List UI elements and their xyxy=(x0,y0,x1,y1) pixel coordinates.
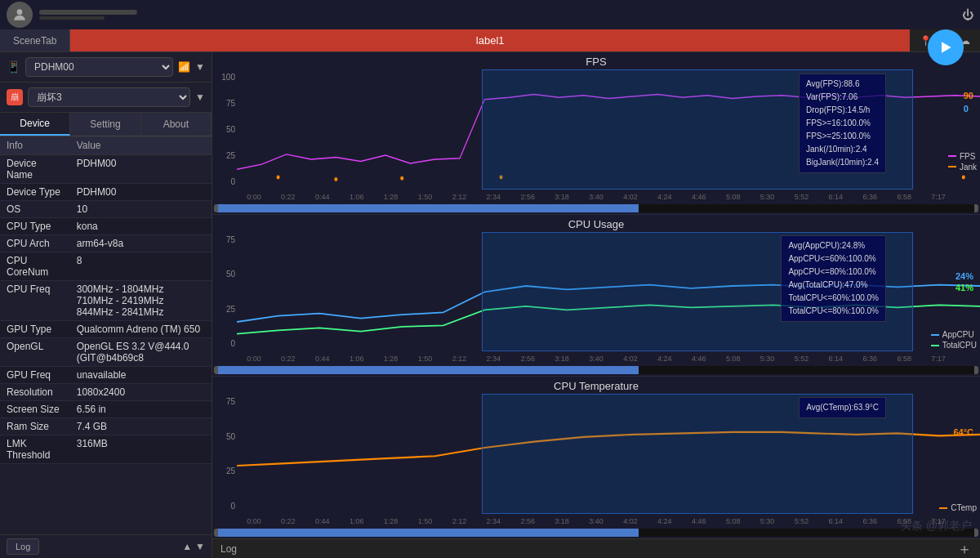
svg-point-4 xyxy=(400,176,403,181)
info-key-cell: CPU Type xyxy=(0,218,70,235)
avatar xyxy=(7,2,33,28)
cpu-temp-canvas: Avg(CTemp):63.9°C 64°C CTemp xyxy=(237,394,980,514)
fps-chart-area: 100 75 50 25 0 xyxy=(212,69,980,190)
tab-group: Device Setting About xyxy=(0,113,212,136)
cpu-temp-y-axis: 75 50 25 0 xyxy=(212,394,237,514)
tab-setting[interactable]: Setting xyxy=(70,113,140,136)
scroll-up-icon[interactable]: ▲ xyxy=(182,541,192,552)
info-value-cell: PDHM00 xyxy=(70,184,212,201)
table-row: Device NamePDHM00 xyxy=(0,155,212,184)
table-row: CPU Typekona xyxy=(0,218,212,235)
fps-stats: Avg(FPS):88.6Var(FPS):7.06Drop(FPS):14.5… xyxy=(799,74,886,173)
info-table: Info Value Device NamePDHM00Device TypeP… xyxy=(0,136,212,534)
fps-x-axis: 0:000:220:441:061:281:502:122:342:563:18… xyxy=(212,190,980,204)
svg-point-3 xyxy=(334,177,337,181)
bottom-controls: Log ▲ ▼ xyxy=(0,534,212,558)
top-bar: ⏻ xyxy=(0,0,980,29)
arrow-down-icon: ▼ xyxy=(195,61,205,73)
device-selector: 📱 PDHM00 📶 ▼ xyxy=(0,52,212,83)
cpu-temp-x-axis: 0:000:220:441:061:281:502:122:342:563:18… xyxy=(212,514,980,529)
log-label: Log xyxy=(220,543,237,555)
info-key-cell: Device Type xyxy=(0,184,70,201)
tab-device[interactable]: Device xyxy=(0,113,70,136)
fps-scrollbar[interactable] xyxy=(214,204,978,212)
info-value-cell: Qualcomm Adreno (TM) 650 xyxy=(70,321,212,338)
table-row: CPU Archarm64-v8a xyxy=(0,235,212,252)
app-icon: 崩 xyxy=(7,89,23,105)
table-row: OpenGLOpenGL ES 3.2 V@444.0 (GIT@b4b69c8 xyxy=(0,338,212,367)
info-value-cell: PDHM00 xyxy=(70,155,212,184)
scene-tab[interactable]: SceneTab xyxy=(0,29,70,51)
info-value-cell: 1080x2400 xyxy=(70,384,212,401)
table-row: Device TypePDHM00 xyxy=(0,184,212,201)
info-value-cell: 300MHz - 1804MHz 710MHz - 2419MHz 844MHz… xyxy=(70,281,212,321)
cpu-temp-chart-section: CPU Temperature 75 50 25 0 Avg(CTemp):63… xyxy=(212,377,980,538)
table-row: OS10 xyxy=(0,201,212,218)
info-key-cell: Resolution xyxy=(0,384,70,401)
info-key-cell: CPU Arch xyxy=(0,235,70,252)
cpu-usage-sb-mid xyxy=(218,366,639,374)
info-key-cell: OS xyxy=(0,201,70,218)
cpu-usage-scrollbar[interactable] xyxy=(214,366,978,374)
info-value-cell: 8 xyxy=(70,252,212,281)
arrow-down-app-icon: ▼ xyxy=(195,92,205,103)
cpu-usage-stats: Avg(AppCPU):24.8%AppCPU<=60%:100.0%AppCP… xyxy=(781,235,886,322)
table-row: Screen Size6.56 in xyxy=(0,401,212,418)
cpu-temp-stats: Avg(CTemp):63.9°C xyxy=(799,397,886,418)
fps-legend-fps: FPS xyxy=(948,152,977,161)
log-button[interactable]: Log xyxy=(7,538,39,555)
add-icon[interactable]: ＋ xyxy=(957,539,972,558)
app-selector: 崩 崩坏3 ▼ xyxy=(0,83,212,113)
col-value-header: Value xyxy=(70,136,212,155)
info-value-cell: 7.4 GB xyxy=(70,418,212,435)
svg-point-6 xyxy=(962,176,965,180)
fps-sb-mid xyxy=(218,204,639,212)
user-name-bar xyxy=(39,10,137,15)
left-panel: 📱 PDHM00 📶 ▼ 崩 崩坏3 ▼ Device Setting Abou… xyxy=(0,52,212,558)
cpu-temp-sb-mid xyxy=(218,529,639,537)
info-key-cell: Ram Size xyxy=(0,418,70,435)
info-key-cell: LMK Threshold xyxy=(0,435,70,464)
wifi-icon: 📶 xyxy=(178,61,190,73)
svg-marker-1 xyxy=(942,52,951,53)
table-row: LMK Threshold316MB xyxy=(0,435,212,464)
info-key-cell: Device Name xyxy=(0,155,70,184)
info-value-cell: OpenGL ES 3.2 V@444.0 (GIT@b4b69c8 xyxy=(70,338,212,367)
fps-right-values: 90 0 xyxy=(960,87,977,117)
info-value-cell: unavailable xyxy=(70,367,212,384)
cpu-temp-chart-area: 75 50 25 0 Avg(CTemp):63.9°C 64°C xyxy=(212,394,980,514)
cpu-usage-sb-right xyxy=(974,366,978,374)
svg-point-0 xyxy=(17,9,23,15)
cpu-usage-y-axis: 75 50 25 0 xyxy=(212,232,237,352)
info-key-cell: CPU CoreNum xyxy=(0,252,70,281)
cpu-usage-legend-total: TotalCPU xyxy=(931,341,977,350)
user-info xyxy=(39,10,956,20)
tab-about[interactable]: About xyxy=(141,113,212,136)
info-value-cell: kona xyxy=(70,218,212,235)
table-row: GPU TypeQualcomm Adreno (TM) 650 xyxy=(0,321,212,338)
device-select[interactable]: PDHM00 xyxy=(25,57,173,77)
power-icon[interactable]: ⏻ xyxy=(962,8,973,21)
table-row: Resolution1080x2400 xyxy=(0,384,212,401)
cpu-temp-scrollbar[interactable] xyxy=(214,529,978,537)
table-row: Ram Size7.4 GB xyxy=(0,418,212,435)
cpu-usage-legend-app: AppCPU xyxy=(931,330,977,339)
info-value-cell: 316MB xyxy=(70,435,212,464)
scroll-down-icon[interactable]: ▼ xyxy=(195,541,205,552)
cpu-temp-chart-title: CPU Temperature xyxy=(212,377,980,394)
bottom-log-bar: Log ＋ xyxy=(212,538,980,558)
label-tab[interactable]: label1 xyxy=(70,29,910,51)
cpu-usage-legend: AppCPU TotalCPU xyxy=(931,330,977,350)
right-panel: FPS 100 75 50 25 0 xyxy=(212,52,980,558)
info-key-cell: CPU Freq xyxy=(0,281,70,321)
cpu-usage-chart-section: CPU Usage 75 50 25 0 xyxy=(212,215,980,377)
col-info-header: Info xyxy=(0,136,70,155)
info-value-cell: arm64-v8a xyxy=(70,235,212,252)
user-sub-bar xyxy=(39,16,105,20)
app-select[interactable]: 崩坏3 xyxy=(28,87,190,107)
info-key-cell: GPU Type xyxy=(0,321,70,338)
cpu-usage-right-values: 24% 41% xyxy=(952,268,977,296)
table-row: CPU Freq300MHz - 1804MHz 710MHz - 2419MH… xyxy=(0,281,212,321)
fps-legend-jank: Jank xyxy=(948,163,977,172)
fps-legend: FPS Jank xyxy=(948,152,977,172)
